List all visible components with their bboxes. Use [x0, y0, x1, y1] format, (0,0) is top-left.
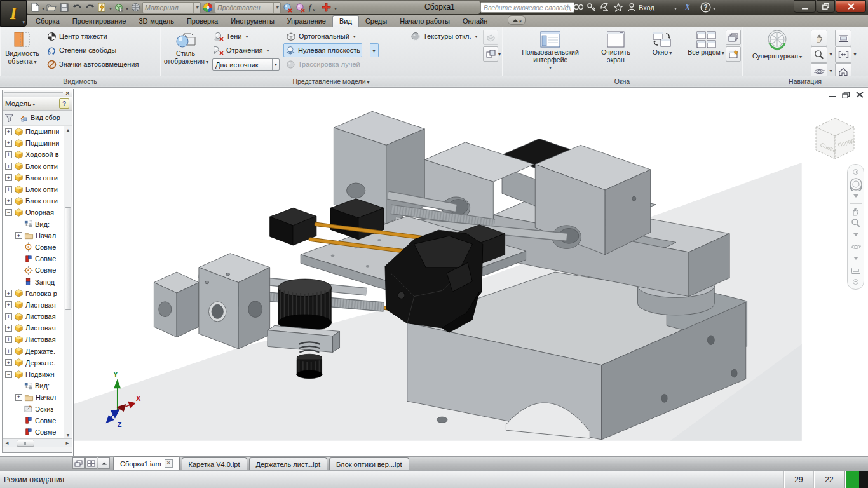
scroll-up-icon[interactable]: ▲ [64, 126, 72, 133]
switch-window-dropdown-icon[interactable] [498, 50, 501, 57]
shadows-button[interactable]: Тени [212, 30, 249, 43]
exchange-apps-icon[interactable]: X [681, 1, 694, 13]
reflections-button[interactable]: Отражения [212, 44, 271, 57]
parameters-fx-icon[interactable]: fx [308, 2, 319, 13]
tree-item[interactable]: Блок опти [3, 172, 72, 184]
tab-environments[interactable]: Среды [359, 16, 393, 27]
scroll-left-icon[interactable]: ◄ [3, 440, 11, 446]
signin-dropdown-icon[interactable] [674, 4, 677, 11]
display-style-button[interactable]: Стиль отображения [164, 29, 207, 65]
zoom-button[interactable] [811, 46, 827, 63]
degrees-of-freedom-button[interactable]: Степени свободы [46, 44, 118, 57]
doc-tab-holder[interactable]: Держатель лист...ipt [249, 458, 327, 470]
tree-item[interactable]: Листовая [3, 322, 72, 334]
tree-item[interactable]: Подшипни [3, 137, 72, 149]
material-combo[interactable]: Материал [142, 2, 201, 13]
tile-documents-button[interactable] [85, 458, 97, 469]
collapse-icon[interactable] [5, 371, 12, 378]
scrollbar-thumb[interactable] [65, 207, 71, 310]
ribbon-collapse-button[interactable] [508, 15, 526, 25]
tab-manage[interactable]: Управление [281, 16, 332, 27]
zoom-fit-button[interactable] [835, 46, 851, 63]
navbar-wheel-dropdown-icon[interactable] [849, 191, 862, 203]
navbar-close-icon[interactable] [849, 166, 862, 178]
tree-item[interactable]: Совме [3, 264, 72, 276]
sign-in-person-icon[interactable] [625, 1, 638, 13]
search-icon[interactable] [572, 1, 585, 13]
browser-title[interactable]: Модель [5, 100, 35, 107]
representation-combo[interactable]: Представлен [215, 2, 281, 13]
tree-item[interactable]: Совме [3, 426, 72, 438]
switch-window-button[interactable] [483, 46, 498, 62]
tree-item[interactable]: Начал [3, 230, 72, 241]
tab-inspect[interactable]: Проверка [180, 16, 224, 27]
doc-tab-assembly[interactable]: Сборка1.iam ✕ [113, 456, 180, 470]
tab-online[interactable]: Онлайн [456, 16, 494, 27]
tree-item[interactable]: Эскиз [3, 403, 72, 415]
expand-icon[interactable] [5, 313, 12, 320]
cascade-documents-button[interactable] [72, 458, 85, 469]
update-icon[interactable] [97, 2, 108, 13]
save-icon[interactable] [58, 2, 70, 13]
add-icon[interactable] [320, 2, 332, 13]
expand-icon[interactable] [5, 336, 12, 343]
pan-button[interactable] [811, 30, 827, 46]
steering-wheel-button[interactable]: Суперштурвал [747, 29, 807, 61]
navbar-pan-icon[interactable] [849, 205, 862, 217]
expand-tab-bar-button[interactable] [98, 458, 110, 469]
navbar-zoom-dropdown-icon[interactable] [849, 229, 862, 241]
redo-icon[interactable] [84, 2, 95, 13]
tab-design[interactable]: Проектирование [66, 16, 133, 27]
new-document-icon[interactable] [29, 2, 41, 13]
tree-item[interactable]: Опорная [3, 207, 72, 218]
expand-icon[interactable] [5, 128, 12, 135]
navbar-orbit-dropdown-icon[interactable] [849, 252, 862, 264]
browser-drag-grip[interactable] [4, 92, 63, 95]
tab-assembly[interactable]: Сборка [29, 16, 66, 27]
minimize-button[interactable] [794, 0, 816, 13]
light-style-arrow-icon[interactable] [272, 59, 279, 70]
tree-item[interactable]: Вид: [3, 219, 72, 230]
tree-item[interactable]: Листовая [3, 311, 72, 322]
tree-item[interactable]: Листовая [3, 334, 72, 345]
expand-icon[interactable] [5, 163, 12, 170]
material-combo-arrow-icon[interactable] [193, 3, 198, 13]
tree-vertical-scrollbar[interactable]: ▲ ▼ [64, 126, 72, 438]
expand-icon[interactable] [5, 140, 12, 147]
adjust-appearance-icon[interactable] [282, 2, 294, 13]
new-dropdown-icon[interactable] [42, 4, 44, 11]
scroll-down-icon[interactable]: ▼ [64, 431, 72, 438]
user-interface-button[interactable]: Пользовательский интерфейс [510, 29, 591, 72]
scroll-right-icon[interactable]: ► [63, 440, 72, 446]
tree-item[interactable]: Запод [3, 276, 72, 287]
tree-item[interactable]: Начал [3, 391, 72, 403]
doc-restore-icon[interactable] [841, 91, 851, 98]
doc-tab-close-icon[interactable]: ✕ [165, 459, 173, 468]
tree-item[interactable]: Головка р [3, 288, 72, 299]
expand-icon[interactable] [15, 232, 22, 239]
tab-get-started[interactable]: Начало работы [393, 16, 456, 27]
tree-item[interactable]: Подвижн [3, 369, 72, 380]
window-menu-button[interactable]: Окно [644, 29, 680, 57]
open-icon[interactable] [46, 2, 57, 13]
navbar-zoom-icon[interactable] [849, 217, 862, 229]
expand-icon[interactable] [5, 186, 12, 193]
tree-item[interactable]: Блок опти [3, 195, 72, 207]
zero-plane-button[interactable]: Нулевая плоскость [283, 43, 362, 57]
object-visibility-button[interactable]: Видимость объекта [4, 29, 41, 65]
tab-tools[interactable]: Инструменты [224, 16, 281, 27]
help-icon[interactable]: ? [700, 1, 712, 13]
ray-tracing-button[interactable]: Трассировка лучей [285, 58, 362, 71]
satellite-icon[interactable] [599, 1, 611, 13]
tree-item[interactable]: Ходовой в [3, 149, 72, 160]
undo-icon[interactable] [71, 2, 83, 13]
select-priority-icon[interactable] [113, 2, 125, 13]
representation-combo-arrow-icon[interactable] [273, 3, 278, 13]
tree-item[interactable]: Блок опти [3, 161, 72, 172]
close-button[interactable] [836, 0, 866, 13]
center-of-gravity-button[interactable]: Центр тяжести [46, 30, 109, 43]
zoom-fit-dropdown-icon[interactable] [851, 46, 858, 62]
navbar-steering-wheel-icon[interactable] [849, 178, 862, 191]
tab-view[interactable]: Вид [332, 15, 359, 27]
doc-tab-optics-block[interactable]: Блок оптики вер...ipt [329, 458, 409, 470]
